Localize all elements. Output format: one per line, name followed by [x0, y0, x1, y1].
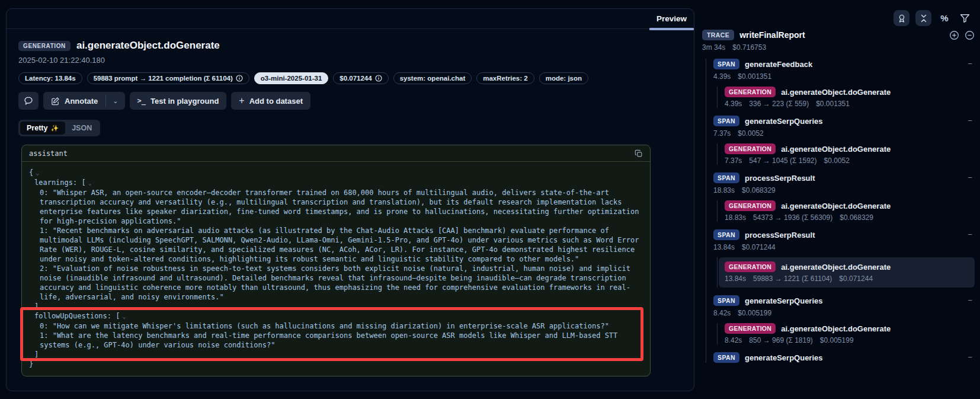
span-row[interactable]: SPAN generateFeedback −	[713, 59, 975, 69]
global-actions: %	[893, 10, 972, 26]
span-group: SPAN generateSerpQueries − 8.42s$0.00519…	[713, 295, 975, 344]
pencil-square-icon	[51, 97, 60, 106]
generation-row[interactable]: GENERATION ai.generateObject.doGenerate …	[725, 323, 975, 344]
latency-pill: Latency: 13.84s	[18, 72, 82, 84]
mode-pill: mode: json	[539, 72, 588, 84]
collapse-row-icon[interactable]: −	[968, 173, 972, 182]
add-to-dataset-button[interactable]: + Add to dataset	[231, 92, 310, 110]
span-metrics: 18.83s$0.068329	[713, 186, 975, 194]
info-icon	[375, 75, 382, 82]
followup-highlight-group: followUpQuestions: [⌄ 0: "How can we mit…	[29, 311, 643, 359]
collapse-row-icon[interactable]: −	[968, 59, 972, 68]
annotate-button[interactable]: Annotate	[43, 92, 105, 110]
json-toggle[interactable]: JSON	[65, 122, 98, 135]
plus-icon: +	[239, 95, 244, 106]
metadata-pills: Latency: 13.84s 59883 prompt → 1221 comp…	[18, 72, 681, 84]
code-line: learnings: [⌄	[29, 178, 643, 188]
trace-row[interactable]: TRACE writeFinalReport	[702, 30, 975, 40]
collapse-all-button[interactable]	[965, 30, 975, 40]
generation-row[interactable]: GENERATION ai.generateObject.doGenerate …	[725, 87, 975, 108]
trace-name: writeFinalReport	[739, 30, 805, 40]
collapse-row-icon[interactable]: −	[968, 353, 972, 362]
code-line: followUpQuestions: [⌄	[29, 311, 643, 321]
span-group: SPAN generateSerpQueries − 7.37s$0.0052 …	[713, 116, 975, 165]
expand-all-button[interactable]	[949, 30, 959, 40]
code-line: {⌄	[29, 168, 643, 178]
trace-metrics: 3m 34s $0.716753	[702, 43, 975, 52]
span-row[interactable]: SPAN generateSerpQueries −	[713, 295, 975, 306]
toolbar: Annotate ⌄ >_ Test in playground + Add t…	[18, 92, 681, 110]
collapse-row-icon[interactable]: −	[968, 230, 972, 239]
percent-icon: %	[940, 13, 948, 23]
span-row[interactable]: SPAN processSerpResult −	[713, 173, 975, 183]
code-line: 0: "How can we mitigate Whisper's limita…	[29, 321, 643, 331]
trace-cost: $0.716753	[732, 43, 766, 52]
generation-metrics: 8.42s850 → 969 (Σ 1819)$0.005199	[725, 336, 975, 344]
span-group: SPAN processSerpResult − 13.84s$0.071244…	[713, 229, 975, 288]
award-button[interactable]	[893, 10, 909, 26]
comment-button[interactable]	[18, 92, 39, 110]
tab-preview[interactable]: Preview	[649, 9, 694, 29]
percent-button[interactable]: %	[937, 11, 952, 25]
annotate-dropdown-button[interactable]: ⌄	[106, 92, 124, 110]
view-mode-toggle: Pretty ✨ JSON	[18, 120, 100, 136]
terminal-icon: >_	[137, 97, 146, 105]
span-group: SPAN generateFeedback − 4.39s$0.001351 G…	[713, 59, 975, 108]
chevron-down-icon: ⌄	[113, 97, 118, 105]
code-line: 0: "Whisper ASR, an open-source encoder–…	[29, 188, 643, 226]
collapse-row-icon[interactable]: −	[968, 116, 972, 125]
generation-row-selected[interactable]: GENERATION ai.generateObject.doGenerate …	[719, 257, 975, 288]
span-metrics: 4.39s$0.001351	[713, 72, 975, 81]
trace-tree-panel: TRACE writeFinalReport 3m 34s $0.716753 …	[702, 30, 975, 371]
cost-pill[interactable]: $0.071244	[333, 72, 388, 84]
comment-bubble-icon	[24, 96, 33, 106]
funnel-icon	[960, 13, 970, 23]
copy-icon[interactable]	[635, 149, 643, 158]
code-line: ]	[29, 302, 643, 311]
page-title: ai.generateObject.doGenerate	[76, 40, 220, 52]
model-pill[interactable]: o3-mini-2025-01-31	[254, 72, 329, 84]
generation-metrics: 13.84s59883 → 1221 (Σ 61104)$0.071244	[725, 274, 969, 283]
generation-type-badge: GENERATION	[18, 41, 71, 51]
collapse-vertical-icon	[919, 14, 928, 23]
span-metrics: 8.42s$0.005199	[713, 309, 975, 317]
output-header: assistant	[22, 145, 650, 162]
span-group: SPAN generateSerpQueries −	[713, 352, 975, 363]
filter-button[interactable]	[957, 11, 972, 25]
code-line: ]	[29, 350, 643, 359]
span-row[interactable]: SPAN processSerpResult −	[713, 229, 975, 240]
collapse-row-icon[interactable]: −	[968, 296, 972, 305]
test-in-playground-button[interactable]: >_ Test in playground	[130, 92, 227, 110]
code-line: 2: "Evaluation of noise robustness in sp…	[29, 264, 643, 302]
collapse-chevron-icon[interactable]: ⌄	[123, 313, 126, 320]
award-icon	[897, 14, 907, 23]
generation-row[interactable]: GENERATION ai.generateObject.doGenerate …	[725, 143, 975, 165]
span-tree: SPAN generateFeedback − 4.39s$0.001351 G…	[706, 59, 975, 363]
tree-zoom-controls	[949, 30, 975, 40]
code-line: 1: "What are the latency benchmarks and …	[29, 331, 643, 350]
tab-active-indicator	[649, 28, 694, 30]
timestamp: 2025-02-10 21:22:40.180	[18, 56, 681, 65]
span-metrics: 13.84s$0.071244	[713, 243, 975, 251]
collapse-chevron-icon[interactable]: ⌄	[36, 170, 39, 176]
max-retries-pill: maxRetries: 2	[476, 72, 534, 84]
annotate-split-button: Annotate ⌄	[43, 92, 125, 110]
output-codeblock: assistant {⌄ learnings: [⌄ 0: "Whisper A…	[21, 145, 651, 376]
output-json: {⌄ learnings: [⌄ 0: "Whisper ASR, an ope…	[22, 162, 650, 376]
pretty-toggle[interactable]: Pretty ✨	[20, 122, 65, 135]
span-row[interactable]: SPAN generateSerpQueries −	[713, 352, 975, 363]
generation-row[interactable]: GENERATION ai.generateObject.doGenerate …	[725, 200, 975, 222]
token-usage-pill[interactable]: 59883 prompt → 1221 completion (Σ 61104)	[87, 72, 249, 84]
sparkles-icon: ✨	[50, 125, 59, 132]
trace-badge: TRACE	[702, 30, 734, 40]
generation-metrics: 4.39s336 → 223 (Σ 559)$0.001351	[725, 100, 975, 108]
code-line: }	[29, 359, 643, 369]
span-metrics: 7.37s$0.0052	[713, 129, 975, 138]
generation-header: GENERATION ai.generateObject.doGenerate	[18, 40, 681, 52]
info-icon	[236, 75, 243, 82]
collapse-chevron-icon[interactable]: ⌄	[88, 180, 92, 186]
collapse-button[interactable]	[915, 10, 931, 26]
message-role: assistant	[29, 149, 68, 158]
span-row[interactable]: SPAN generateSerpQueries −	[713, 116, 975, 126]
system-pill: system: openai.chat	[393, 72, 472, 84]
